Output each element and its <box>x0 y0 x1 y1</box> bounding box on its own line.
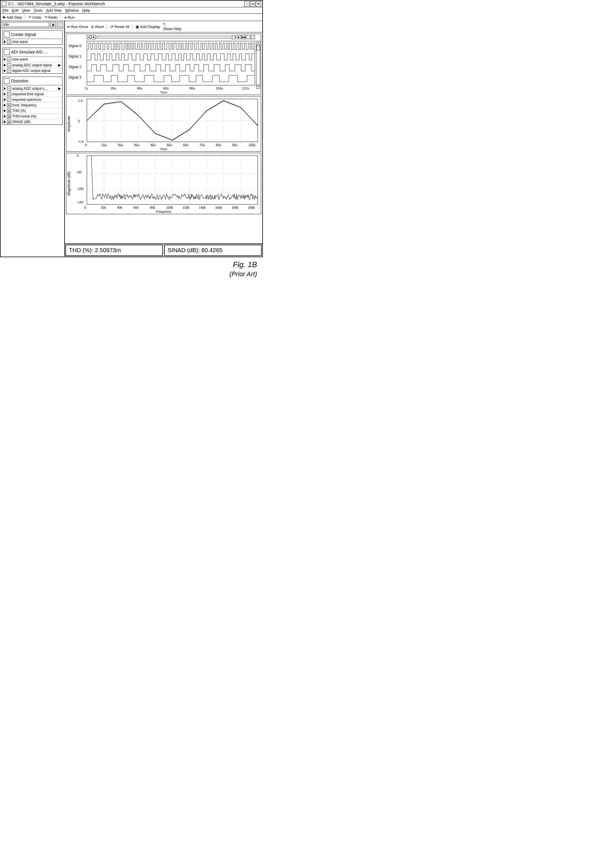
row-type-icon: ∿ <box>7 92 11 96</box>
run-button[interactable]: ➔ Run <box>64 15 75 19</box>
abort-button[interactable]: ⊘ Abort <box>91 25 104 29</box>
x-tick: 40u <box>150 143 156 147</box>
step-item[interactable]: ∿digital ADC output signal <box>3 68 62 73</box>
x-tick: 80u <box>216 143 221 147</box>
left-panel: Idle ▦ ☐ Create Signal∿sine waveADI Simu… <box>1 21 65 257</box>
step-title: Create Signal <box>11 32 36 37</box>
close-button[interactable]: ✕ <box>256 1 261 6</box>
step-block[interactable]: ADI Simulate A/D …∿sine wave∿analog ADC … <box>2 48 62 74</box>
time-plot: Amplitude -1.401.4 010u20u30u40u50u60u70… <box>66 96 261 152</box>
step-block[interactable]: Distortion∿analog ADC output s…▶∿exporte… <box>2 77 62 125</box>
step-item[interactable]: ▤THD+noise (%) <box>3 114 62 119</box>
zoom-track[interactable] <box>97 36 236 38</box>
tri-icon <box>4 69 6 72</box>
row-label: exported time signal <box>12 92 44 96</box>
toolbar: ✚ Add Step ↶ Undo ↷ Redo ➔ Run <box>1 14 262 21</box>
step-item[interactable]: ▤SINAD (dB) <box>3 119 62 124</box>
row-label: fund. frequency <box>12 103 37 107</box>
xlabel-time: Time <box>160 91 167 94</box>
row-type-icon: ∿ <box>7 97 11 102</box>
x-tick: 0 <box>85 143 87 147</box>
x-tick: 60u <box>163 87 168 90</box>
x-tick: 90u <box>232 143 237 147</box>
menu-help[interactable]: Help <box>82 8 90 13</box>
status-icon-1[interactable]: ▦ <box>50 22 56 27</box>
fwd-icon[interactable]: ▶▶ <box>242 35 246 39</box>
x-tick: 40k <box>117 206 122 209</box>
step-item[interactable]: ∿sine wave <box>3 39 62 44</box>
row-type-icon: ▤ <box>7 120 11 124</box>
reset-all-button[interactable]: ↺ Reset All <box>110 25 130 29</box>
row-type-icon: ▤ <box>7 109 11 113</box>
menu-add-step[interactable]: Add Step <box>46 8 62 13</box>
step-item[interactable]: ∿exported spectrum <box>3 97 62 102</box>
results-row: THD (%): 2.50973m SINAD (dB): 80.4265 <box>65 244 262 257</box>
plus-icon[interactable]: + <box>251 35 255 39</box>
maximize-button[interactable]: ▭ <box>250 1 255 6</box>
zoom-prev-icon[interactable]: ◄ <box>87 35 91 39</box>
row-label: sine wave <box>12 57 28 61</box>
zoom-reset-icon[interactable]: ■ <box>91 35 96 39</box>
x-tick: 50u <box>167 143 172 147</box>
app-icon <box>2 1 6 6</box>
menu-window[interactable]: Window <box>65 8 78 13</box>
step-item[interactable]: ∿analog ADC output signal▶ <box>3 62 62 68</box>
y-tick: -1.4 <box>78 140 84 143</box>
tri-icon <box>4 98 6 101</box>
x-tick: 100u <box>216 87 223 90</box>
row-label: digital ADC output signal <box>12 69 50 73</box>
tri-icon <box>4 58 6 61</box>
redo-button[interactable]: ↷ Redo <box>44 15 57 19</box>
scroll-down-icon[interactable]: ▼ <box>256 85 260 89</box>
step-item[interactable]: ▤fund. frequency <box>3 102 62 108</box>
step-icon <box>4 78 10 84</box>
tri-icon <box>4 87 6 90</box>
add-display-button[interactable]: ▣ Add Display <box>135 25 160 29</box>
x-tick: 100u <box>249 143 256 147</box>
menu-edit[interactable]: Edit <box>12 8 18 13</box>
show-help-button[interactable]: ? Show Help <box>163 22 261 31</box>
scroll-up-icon[interactable]: ▲ <box>256 41 260 45</box>
play-icon[interactable]: ▶ <box>237 35 241 39</box>
run-once-button[interactable]: ➔ Run Once <box>66 25 88 29</box>
minus-icon[interactable]: − <box>246 35 250 39</box>
x-tick: 70u <box>199 143 205 147</box>
step-item[interactable]: ∿analog ADC output s…▶ <box>3 85 62 91</box>
y-tick: -100 <box>77 187 83 190</box>
undo-button[interactable]: ↶ Undo <box>28 15 41 19</box>
x-tick: 80u <box>190 87 195 90</box>
x-tick: 0 <box>84 206 86 209</box>
vscroll[interactable]: ▲ ▼ <box>256 41 260 89</box>
step-item[interactable]: ∿sine wave <box>3 56 62 62</box>
spectrum-plot: Magnitude (dB) 0-50-100-140 020k40k60k80… <box>66 153 261 214</box>
menu-view[interactable]: View <box>22 8 30 13</box>
figure-sub: (Prior Art) <box>229 270 257 278</box>
x-tick: 30u <box>134 143 139 147</box>
ylabel-magnitude: Magnitude (dB) <box>67 171 71 195</box>
row-label: SINAD (dB) <box>12 120 31 124</box>
x-tick: 60u <box>183 143 188 147</box>
x-tick: 160k <box>215 206 222 209</box>
x-tick: 40u <box>137 87 142 90</box>
y-tick: -50 <box>77 170 81 174</box>
signal-label: Signal 0 <box>69 44 81 48</box>
step-icon <box>4 32 10 37</box>
tri-icon <box>4 120 6 123</box>
x-tick: 121u <box>242 87 249 90</box>
tri-icon <box>4 104 6 107</box>
x-tick: 20k <box>101 206 106 209</box>
x-tick: 140k <box>199 206 206 209</box>
step-item[interactable]: ∿exported time signal <box>3 91 62 97</box>
step-block[interactable]: Create Signal∿sine wave <box>2 30 62 45</box>
row-label: analog ADC output s… <box>12 87 48 91</box>
step-item[interactable]: ▤THD (%) <box>3 108 62 114</box>
add-step-button[interactable]: ✚ Add Step <box>2 15 22 19</box>
figure-label: Fig. 1B <box>233 260 257 269</box>
menu-file[interactable]: File <box>2 8 9 13</box>
status-icon-2[interactable]: ☐ <box>57 22 63 27</box>
row-type-icon: ▤ <box>7 114 11 118</box>
menu-tools[interactable]: Tools <box>34 8 42 13</box>
minimize-button[interactable]: – <box>244 1 249 6</box>
y-tick: 1.4 <box>78 99 82 102</box>
x-tick: 20u <box>111 87 116 90</box>
